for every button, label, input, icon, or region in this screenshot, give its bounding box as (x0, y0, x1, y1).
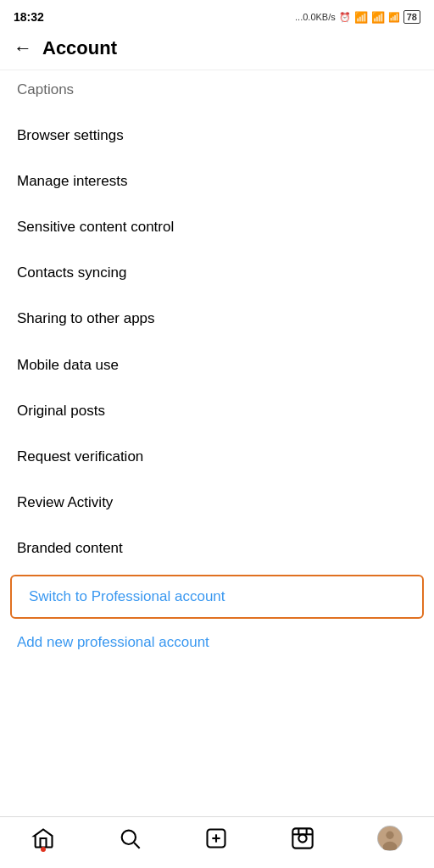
profile-avatar (377, 826, 403, 851)
nav-home[interactable] (31, 826, 55, 850)
reels-icon (291, 826, 314, 850)
menu-item-mobile-data-use[interactable]: Mobile data use (0, 342, 434, 388)
menu-item-review-activity[interactable]: Review Activity (0, 480, 434, 526)
signal-icon-1: 📶 (354, 11, 368, 24)
add-icon (204, 826, 228, 850)
home-notification-dot (41, 847, 46, 852)
alarm-icon: ⏰ (339, 12, 351, 23)
search-icon (118, 826, 142, 850)
menu-item-request-verification[interactable]: Request verification (0, 434, 434, 480)
switch-professional-label: Switch to Professional account (29, 588, 225, 604)
menu-item-browser-settings[interactable]: Browser settings (0, 113, 434, 159)
add-professional-label: Add new professional account (17, 634, 209, 650)
page-title: Account (42, 37, 117, 59)
menu-list: Captions Browser settings Manage interes… (0, 70, 434, 571)
menu-item-manage-interests[interactable]: Manage interests (0, 159, 434, 204)
network-speed: ...0.0KB/s (295, 12, 336, 22)
status-time: 18:32 (14, 10, 44, 24)
menu-item-contacts-syncing[interactable]: Contacts syncing (0, 250, 434, 296)
status-bar: 18:32 ...0.0KB/s ⏰ 📶 📶 📶 78 (0, 0, 434, 31)
battery-indicator: 78 (403, 10, 420, 24)
nav-reels[interactable] (291, 826, 314, 850)
menu-item-original-posts[interactable]: Original posts (0, 388, 434, 434)
menu-item-sharing-other-apps[interactable]: Sharing to other apps (0, 296, 434, 342)
menu-item-branded-content[interactable]: Branded content (0, 526, 434, 571)
signal-icon-2: 📶 (371, 11, 385, 24)
svg-point-0 (122, 831, 136, 844)
svg-point-6 (298, 834, 306, 842)
switch-professional-box[interactable]: Switch to Professional account (10, 575, 424, 619)
svg-line-1 (134, 843, 139, 848)
menu-item-captions[interactable]: Captions (0, 70, 434, 113)
top-nav: ← Account (0, 31, 434, 70)
menu-item-sensitive-content[interactable]: Sensitive content control (0, 204, 434, 250)
add-professional-item[interactable]: Add new professional account (0, 622, 434, 663)
wifi-icon: 📶 (388, 12, 400, 23)
nav-profile[interactable] (377, 826, 403, 851)
nav-add[interactable] (204, 826, 228, 850)
nav-search[interactable] (118, 826, 142, 850)
avatar-image (378, 826, 402, 850)
svg-rect-5 (292, 828, 312, 848)
svg-point-11 (386, 832, 393, 839)
back-button[interactable]: ← (14, 39, 32, 58)
status-icons: ...0.0KB/s ⏰ 📶 📶 📶 78 (295, 10, 420, 24)
bottom-nav (0, 816, 434, 868)
